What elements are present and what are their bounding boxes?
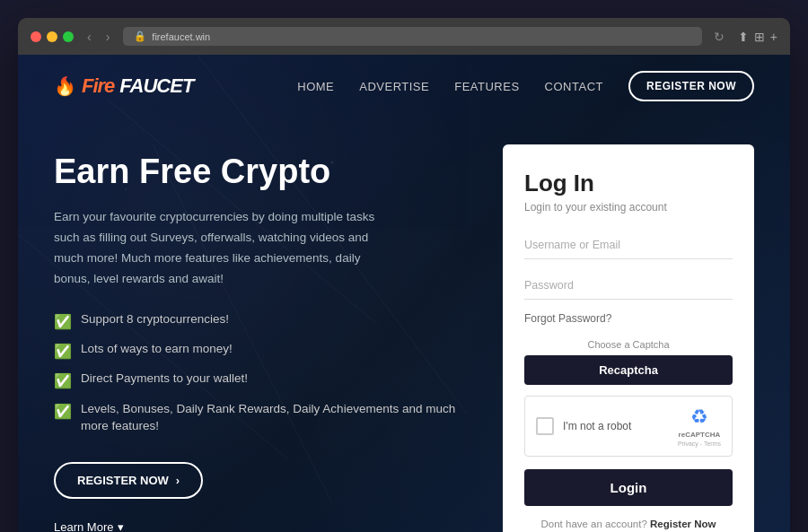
feature-item-3: ✅ Direct Payments to your wallet! xyxy=(54,371,467,391)
browser-nav-buttons: ‹ › xyxy=(83,28,114,46)
feature-item-4: ✅ Levels, Bonuses, Daily Rank Rewards, D… xyxy=(54,401,467,435)
recaptcha-brand-text: reCAPTCHA xyxy=(679,431,721,439)
login-card: Log In Login to your existing account Fo… xyxy=(503,144,754,532)
main-content: Earn Free Crypto Earn your favourite cry… xyxy=(18,118,790,532)
nav-home[interactable]: HOME xyxy=(297,80,334,93)
check-icon-1: ✅ xyxy=(54,312,72,332)
no-account-text: Dont have an account? Register Now xyxy=(524,519,733,529)
minimize-window-button[interactable] xyxy=(47,31,57,42)
new-tab-button[interactable]: + xyxy=(770,30,777,44)
browser-toolbar: 🔒 firefaucet.win ↻ xyxy=(123,27,728,46)
check-icon-2: ✅ xyxy=(54,342,72,362)
username-input[interactable] xyxy=(524,231,733,259)
close-window-button[interactable] xyxy=(31,31,41,42)
chevron-down-icon: ▾ xyxy=(118,520,124,533)
hero-description: Earn your favourite cryptocurrencies by … xyxy=(54,207,377,290)
nav-features[interactable]: FEATURES xyxy=(454,80,519,93)
arrow-icon: › xyxy=(176,474,180,487)
url-text: firefaucet.win xyxy=(152,31,210,42)
register-now-nav-button[interactable]: REGISTER NOW xyxy=(628,71,754,101)
browser-actions: ⬆ ⊞ + xyxy=(738,30,777,44)
nav-advertise[interactable]: ADVERTISE xyxy=(359,80,429,93)
password-input[interactable] xyxy=(524,272,733,300)
login-subtitle: Login to your existing account xyxy=(524,201,733,214)
login-title: Log In xyxy=(524,170,733,197)
recaptcha-widget: I'm not a robot ♻ reCAPTCHA Privacy - Te… xyxy=(524,396,733,457)
learn-more-link[interactable]: Learn More ▾ xyxy=(54,520,124,533)
register-btn-label: REGISTER NOW xyxy=(77,474,169,487)
no-account-label: Dont have an account? xyxy=(541,519,647,529)
logo: 🔥 FireFAUCET xyxy=(54,74,193,98)
captcha-label: Choose a Captcha xyxy=(524,339,733,350)
fire-icon: 🔥 xyxy=(54,75,76,97)
logo-fire-text: Fire xyxy=(82,74,114,98)
feature-item-1: ✅ Support 8 cryptocurrencies! xyxy=(54,311,467,332)
site-wrapper: 🔥 FireFAUCET HOME ADVERTISE FEATURES CON… xyxy=(18,55,790,532)
nav-contact[interactable]: CONTACT xyxy=(545,80,603,93)
feature-text-4: Levels, Bonuses, Daily Rank Rewards, Dai… xyxy=(81,401,467,435)
back-button[interactable]: ‹ xyxy=(83,28,96,46)
check-icon-4: ✅ xyxy=(54,402,72,422)
register-now-main-button[interactable]: REGISTER NOW › xyxy=(54,462,203,499)
recaptcha-button[interactable]: Recaptcha xyxy=(524,355,733,385)
not-robot-checkbox[interactable] xyxy=(536,417,554,435)
recaptcha-privacy-text: Privacy - Terms xyxy=(678,440,721,447)
forward-button[interactable]: › xyxy=(101,28,115,46)
logo-faucet-text: FAUCET xyxy=(119,74,193,98)
nav-links: HOME ADVERTISE FEATURES CONTACT REGISTER… xyxy=(297,71,754,101)
check-icon-3: ✅ xyxy=(54,371,72,391)
url-bar[interactable]: 🔒 firefaucet.win xyxy=(123,27,701,46)
login-button[interactable]: Login xyxy=(524,469,733,506)
recaptcha-logo: ♻ reCAPTCHA Privacy - Terms xyxy=(678,406,721,447)
register-now-link[interactable]: Register Now xyxy=(650,519,716,529)
navbar: 🔥 FireFAUCET HOME ADVERTISE FEATURES CON… xyxy=(18,55,790,118)
left-column: Earn Free Crypto Earn your favourite cry… xyxy=(54,144,467,532)
browser-titlebar: ‹ › 🔒 firefaucet.win ↻ ⬆ ⊞ + xyxy=(18,18,790,55)
maximize-window-button[interactable] xyxy=(63,31,74,42)
share-button[interactable]: ⬆ xyxy=(738,30,749,44)
learn-more-text: Learn More xyxy=(54,520,113,533)
not-robot-label: I'm not a robot xyxy=(563,420,631,432)
feature-item-2: ✅ Lots of ways to earn money! xyxy=(54,341,467,362)
refresh-button[interactable]: ↻ xyxy=(709,28,729,46)
forgot-password-link[interactable]: Forgot Password? xyxy=(524,312,733,325)
bookmark-button[interactable]: ⊞ xyxy=(754,30,765,44)
features-list: ✅ Support 8 cryptocurrencies! ✅ Lots of … xyxy=(54,311,467,435)
browser-window: ‹ › 🔒 firefaucet.win ↻ ⬆ ⊞ + xyxy=(18,18,790,532)
feature-text-2: Lots of ways to earn money! xyxy=(81,341,233,358)
hero-title: Earn Free Crypto xyxy=(54,153,467,191)
feature-text-1: Support 8 cryptocurrencies! xyxy=(81,311,229,328)
recaptcha-icon: ♻ xyxy=(690,406,708,429)
recaptcha-left: I'm not a robot xyxy=(536,417,631,435)
feature-text-3: Direct Payments to your wallet! xyxy=(81,371,248,388)
secure-icon: 🔒 xyxy=(134,31,146,42)
window-controls xyxy=(31,31,74,42)
